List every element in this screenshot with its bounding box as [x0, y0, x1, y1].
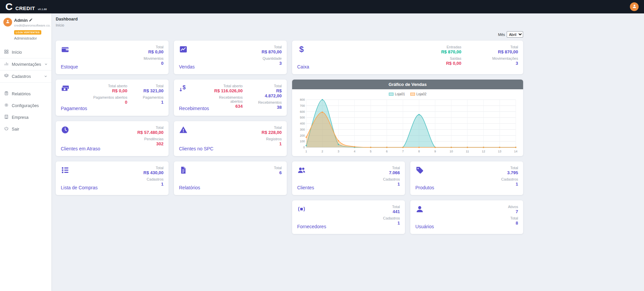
stat-value: 1	[143, 100, 164, 105]
svg-text:8: 8	[418, 150, 420, 153]
sidebar-item-inicio[interactable]: Início	[0, 46, 51, 58]
stat-label: Total	[492, 45, 518, 49]
stat-value: R$ 870,00	[441, 49, 461, 54]
svg-text:0: 0	[303, 146, 305, 149]
profile-block: Admin credit@anronsoftware.co... LOJA VE…	[0, 13, 51, 43]
stat-value: 302	[137, 141, 164, 146]
month-label: Mês	[498, 33, 505, 37]
stat-label: Total	[508, 216, 518, 220]
stat-label: Cadastros	[383, 216, 400, 220]
list-icon	[61, 166, 98, 175]
grid-icon	[4, 49, 9, 55]
svg-text:11: 11	[466, 150, 469, 153]
stat-label: Pendências	[137, 137, 164, 141]
svg-text:100: 100	[300, 140, 305, 143]
card-produtos: Produtos Total3.795 Cadastros1	[410, 161, 523, 195]
card-clientes-spc: Clientes no SPC TotalR$ 228,00 Registros…	[174, 121, 287, 156]
card-relatorios: Relatórios Total6	[174, 161, 287, 195]
banknotes-icon	[61, 84, 87, 93]
supplier-box-icon	[297, 205, 326, 213]
svg-text:4: 4	[354, 150, 355, 153]
wallet-icon	[61, 45, 78, 54]
brand-version: v0.1.88	[38, 8, 47, 11]
card-link-estoque[interactable]: Estoque	[61, 64, 78, 69]
chart-legend: Loja01Loja02	[295, 91, 520, 97]
dollar-receive-icon: $	[179, 84, 209, 93]
sidebar-item-relatorios[interactable]: Relatórios	[0, 88, 51, 100]
user-icon	[632, 4, 637, 10]
stat-label: Total aberto	[209, 84, 243, 88]
legend-item-loja02[interactable]: Loja02	[410, 92, 426, 96]
power-icon	[4, 126, 9, 132]
sidebar-item-movimentacoes[interactable]: Movimentações	[0, 58, 51, 70]
chevron-down-icon	[44, 62, 48, 67]
stat-value: 7	[508, 209, 518, 214]
stat-value: 38	[258, 105, 282, 110]
stat-label: Total	[274, 166, 282, 170]
edit-pencil-icon[interactable]	[29, 18, 33, 23]
dollar-icon: $	[297, 45, 309, 54]
card-link-produtos[interactable]: Produtos	[415, 185, 434, 190]
warning-triangle-icon	[179, 126, 214, 134]
chart-line-icon	[179, 45, 195, 54]
svg-text:12: 12	[482, 150, 485, 153]
card-link-clientes-spc[interactable]: Clientes no SPC	[179, 146, 214, 151]
card-link-clientes-atraso[interactable]: Clientes em Atraso	[61, 146, 100, 151]
stat-value: 1	[383, 182, 400, 187]
stat-value: R$ 321,00	[143, 88, 164, 93]
chart-title: Gráfico de Vendas	[292, 80, 523, 89]
sidebar-item-empresa[interactable]: Empresa	[0, 111, 51, 123]
dashboard-grid: Estoque TotalR$ 0,00 Movimentos0 Vendas …	[56, 41, 523, 234]
card-link-vendas[interactable]: Vendas	[179, 64, 195, 69]
stat-label: Total	[258, 84, 282, 88]
stat-value: 0	[93, 100, 128, 105]
stat-label: Registros	[262, 137, 282, 141]
card-link-pagamentos[interactable]: Pagamentos	[61, 106, 87, 111]
tag-icon	[415, 166, 434, 175]
legend-item-loja01[interactable]: Loja01	[389, 92, 405, 96]
sidebar-item-cadastros[interactable]: Cadastros	[0, 70, 51, 83]
stat-label: Total	[137, 126, 164, 130]
card-link-relatorios[interactable]: Relatórios	[179, 185, 200, 190]
svg-text:1: 1	[305, 150, 307, 153]
stat-value: 3.795	[501, 170, 518, 175]
brand: C CREDIT v0.1.88	[5, 0, 47, 13]
user-avatar-button[interactable]	[630, 2, 639, 11]
card-caixa: $ Caixa EntradasR$ 870,00 SaídasR$ 0,00 …	[292, 41, 523, 74]
svg-text:14: 14	[514, 150, 517, 153]
stat-label: Pagamentos abertos	[93, 95, 128, 99]
card-link-recebimentos[interactable]: Recebimentos	[179, 106, 209, 111]
card-link-fornecedores[interactable]: Fornecedores	[297, 224, 326, 229]
clock-icon	[61, 126, 100, 134]
topbar: C CREDIT v0.1.88	[0, 0, 644, 13]
page-title: Dashboard	[56, 17, 639, 21]
sidebar-item-sair[interactable]: Sair	[0, 123, 51, 135]
stat-label: Total	[143, 84, 164, 88]
building-icon	[4, 114, 9, 120]
stat-value: R$ 116.026,00	[209, 88, 243, 93]
stat-value: R$ 0,00	[93, 88, 128, 93]
stat-label: Pagamentos	[143, 95, 164, 99]
card-link-lista-compras[interactable]: Lista de Compras	[61, 185, 98, 190]
sidebar-item-label: Relatórios	[12, 92, 31, 96]
sidebar-item-configuracoes[interactable]: Configurações	[0, 100, 51, 111]
card-link-usuarios[interactable]: Usuários	[415, 224, 434, 229]
brand-name: CREDIT	[15, 5, 35, 11]
profile-role: Administrador	[14, 36, 48, 40]
card-link-clientes[interactable]: Clientes	[297, 185, 314, 190]
svg-text:7: 7	[402, 150, 404, 153]
stat-value: 441	[383, 209, 400, 214]
card-estoque: Estoque TotalR$ 0,00 Movimentos0	[56, 41, 169, 74]
sidebar-item-label: Início	[12, 50, 22, 55]
card-lista-compras: Lista de Compras TotalR$ 430,00 Cadastro…	[56, 161, 169, 195]
stat-value: 7.066	[383, 170, 400, 175]
stat-value: 1	[262, 141, 282, 146]
card-link-caixa[interactable]: Caixa	[297, 64, 309, 69]
month-select[interactable]: Abril	[507, 31, 523, 38]
stat-label: Total	[262, 126, 282, 130]
card-usuarios: Usuários Ativos7 Total8	[410, 200, 523, 234]
users-icon	[297, 166, 314, 175]
store-badge: LOJA VERTENTES	[14, 30, 41, 35]
card-pagamentos: Pagamentos Total abertoR$ 0,00 Pagamento…	[56, 80, 169, 116]
stat-value: 3	[492, 61, 518, 66]
